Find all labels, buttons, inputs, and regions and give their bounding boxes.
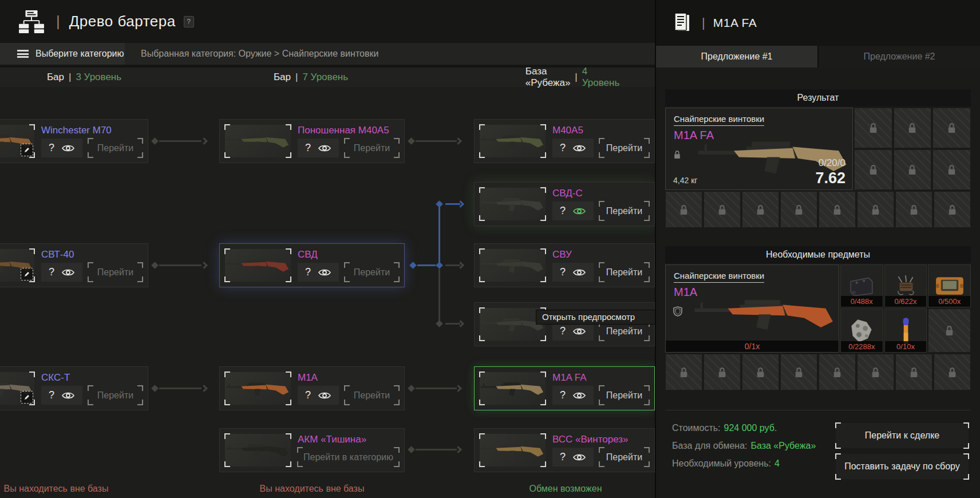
go-button[interactable]: Перейти [345, 386, 399, 405]
go-button[interactable]: Перейти [88, 263, 143, 282]
item-info-button[interactable]: ? [560, 451, 566, 463]
required-item-card[interactable]: Снайперские винтовки M1A 0/1x [665, 264, 839, 353]
go-button[interactable]: Перейти [599, 139, 649, 157]
preview-eye-icon[interactable] [318, 144, 331, 153]
item-info-button[interactable]: ? [305, 142, 311, 154]
item-name: АКМ «Тишина» [298, 434, 399, 445]
item-info-button[interactable]: ? [49, 142, 54, 154]
node-m1a-fa[interactable]: M1A FA ? Перейти [474, 366, 655, 410]
set-collection-task-button[interactable]: Поставить задачу по сбору [836, 454, 969, 479]
item-info-button[interactable]: ? [560, 266, 566, 278]
lock-icon [679, 204, 689, 216]
go-button[interactable]: Перейти [88, 139, 143, 157]
preview-eye-icon[interactable] [318, 391, 331, 400]
column-status: Обмен возможен [529, 484, 602, 494]
edit-icon [21, 144, 33, 156]
go-button[interactable]: Перейти [599, 263, 649, 282]
required-item[interactable]: 0/2288x [840, 309, 883, 353]
result-item-card[interactable]: Снайперские винтовки M1A FA 0/20/0 7.62 … [665, 108, 853, 190]
node-svt-40[interactable]: СВТ-40 ? Перейти [0, 243, 148, 287]
item-count: 0/622x [885, 296, 927, 307]
lock-icon [947, 122, 957, 134]
header-divider: | [56, 13, 60, 30]
required-item[interactable]: 0/500x [928, 264, 971, 307]
connector-diamond [408, 385, 415, 392]
item-info-button[interactable]: ? [305, 266, 311, 278]
required-items-grid: 0/488x 0/622x 0/500x 0/2288x [840, 264, 971, 353]
go-button[interactable]: Перейти [599, 448, 649, 467]
column-pipe: | [575, 72, 577, 83]
preview-eye-icon[interactable] [61, 268, 75, 277]
node-winchester-m70[interactable]: Winchester M70 ? Перейти [0, 119, 148, 163]
preview-eye-icon[interactable] [572, 327, 586, 336]
node-svd-s[interactable]: СВД-С ? Перейти [474, 182, 655, 226]
column-header-3: База «Рубежа» | 4 Уровень [525, 68, 619, 87]
go-button[interactable]: Перейти [599, 386, 649, 405]
go-category-button[interactable]: Перейти в категорию [298, 448, 399, 467]
locked-slot [857, 354, 894, 390]
go-button[interactable]: Перейти [345, 263, 399, 282]
locked-slots-grid [854, 108, 971, 190]
column-level: 7 Уровень [302, 72, 348, 83]
required-section-title: Необходимые предметы [665, 246, 971, 263]
item-name: СВД [298, 249, 399, 260]
help-button[interactable]: ? [184, 16, 194, 27]
go-button[interactable]: Перейти [345, 139, 399, 157]
node-svd[interactable]: СВД ? Перейти [219, 243, 405, 287]
go-button[interactable]: Перейти [599, 201, 649, 220]
item-info-button[interactable]: ? [49, 389, 54, 401]
item-info-button[interactable]: ? [560, 142, 566, 154]
node-ponoshennaya-m40a5[interactable]: Поношенная M40A5 ? Перейти [219, 119, 405, 163]
item-count: 0/488x [841, 296, 883, 307]
connector-line [159, 140, 201, 142]
required-item[interactable]: 0/488x [840, 264, 883, 307]
corner-brackets [599, 386, 649, 405]
node-sks-t[interactable]: СКС-Т ? Перейти [0, 366, 148, 410]
node-m40a5[interactable]: M40A5 ? Перейти [474, 119, 655, 163]
lock-icon [679, 366, 689, 378]
locked-slot [665, 191, 702, 228]
select-category-button[interactable]: Выберите категорию [0, 43, 125, 65]
preview-eye-icon[interactable] [572, 144, 586, 153]
lock-icon [907, 122, 917, 134]
lock-icon [909, 204, 919, 216]
item-count: 0/500x [928, 296, 970, 307]
item-thumbnail [480, 125, 546, 157]
item-info-button[interactable]: ? [49, 266, 54, 278]
item-info-button[interactable]: ? [560, 325, 566, 337]
required-item[interactable]: 0/10x [884, 309, 927, 353]
node-vss-vintorez[interactable]: ВСС «Винторез» ? Перейти [474, 428, 655, 472]
menu-icon [17, 50, 29, 58]
node-buttons: ? [552, 448, 594, 467]
preview-eye-icon[interactable] [572, 268, 586, 277]
preview-eye-icon[interactable] [61, 391, 75, 400]
connector-diamond [436, 320, 443, 327]
cost-value: 924 000 руб. [724, 423, 777, 433]
locked-slot [780, 191, 817, 228]
required-item[interactable]: 0/622x [884, 264, 927, 307]
preview-eye-icon[interactable] [572, 207, 586, 216]
lock-icon [868, 122, 878, 134]
required-section: Необходимые предметы Снайперские винтовк… [665, 246, 971, 390]
node-akm-tishina[interactable]: АКМ «Тишина» Перейти в категорию [219, 428, 405, 472]
lock-icon [909, 366, 919, 378]
item-info-button[interactable]: ? [560, 205, 566, 217]
deal-summary: Стоимость:924 000 руб. База для обмена:Б… [665, 423, 971, 479]
preview-eye-icon[interactable] [572, 453, 586, 462]
item-name: M1A FA [552, 372, 649, 383]
item-name: СВД-С [552, 188, 649, 199]
preview-eye-icon[interactable] [572, 391, 586, 400]
item-info-button[interactable]: ? [560, 389, 566, 401]
connector-line [159, 388, 201, 389]
preview-eye-icon[interactable] [61, 144, 75, 153]
tab-offer-1[interactable]: Предложение #1 [656, 46, 817, 68]
node-m1a[interactable]: M1A ? Перейти [219, 366, 405, 410]
node-svu[interactable]: СВУ ? Перейти [474, 243, 655, 287]
preview-eye-icon[interactable] [318, 268, 331, 277]
go-button[interactable]: Перейти [88, 386, 143, 405]
rifle-image [225, 434, 290, 465]
tab-offer-2[interactable]: Предложение #2 [819, 46, 980, 68]
connector-arrow [200, 137, 208, 145]
go-to-deal-button[interactable]: Перейти к сделке [836, 423, 969, 448]
item-info-button[interactable]: ? [305, 389, 311, 401]
